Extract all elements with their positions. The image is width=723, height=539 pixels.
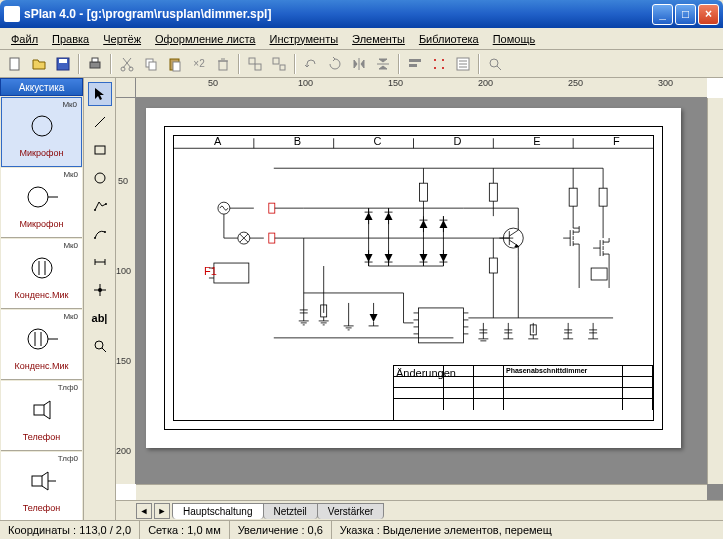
snap-button[interactable] bbox=[428, 53, 450, 75]
svg-rect-93 bbox=[569, 188, 577, 206]
svg-rect-90 bbox=[489, 183, 497, 201]
svg-rect-82 bbox=[269, 203, 275, 213]
status-coords: Координаты : 113,0 / 2,0 bbox=[0, 521, 140, 539]
new-button[interactable] bbox=[4, 53, 26, 75]
menu-page-setup[interactable]: Оформление листа bbox=[148, 31, 262, 47]
duplicate-button[interactable]: ×2 bbox=[188, 53, 210, 75]
vertical-scrollbar[interactable] bbox=[707, 98, 723, 484]
component-item[interactable]: Тлф0 Телефон bbox=[1, 381, 82, 451]
print-button[interactable] bbox=[84, 53, 106, 75]
group-button[interactable] bbox=[244, 53, 266, 75]
component-item[interactable]: Мк0 Микрофон bbox=[1, 97, 82, 167]
save-button[interactable] bbox=[52, 53, 74, 75]
title-block: ÄnderungenPhasenabschnittdimmer bbox=[393, 365, 653, 420]
schematic-page[interactable]: ABCDEF bbox=[146, 108, 681, 448]
canvas-area: 50 100 150 200 250 300 50 100 150 200 AB… bbox=[116, 78, 723, 520]
svg-text:A: A bbox=[214, 136, 222, 147]
svg-text:F: F bbox=[613, 136, 620, 147]
svg-point-19 bbox=[442, 59, 444, 61]
circle-tool[interactable] bbox=[88, 166, 112, 190]
horizontal-scrollbar[interactable] bbox=[136, 484, 707, 500]
menu-file[interactable]: Файл bbox=[4, 31, 45, 47]
component-item[interactable]: Мк0 Микрофон bbox=[1, 168, 82, 238]
close-button[interactable]: × bbox=[698, 4, 719, 25]
open-button[interactable] bbox=[28, 53, 50, 75]
svg-point-20 bbox=[434, 67, 436, 69]
mirror-h-button[interactable] bbox=[348, 53, 370, 75]
pointer-tool[interactable] bbox=[88, 82, 112, 106]
ruler-corner bbox=[116, 78, 136, 98]
sheet-tabs: ◄ ► Hauptschaltung Netzteil Verstärker bbox=[116, 500, 723, 520]
menu-elements[interactable]: Элементы bbox=[345, 31, 412, 47]
svg-text:E: E bbox=[533, 136, 540, 147]
svg-point-26 bbox=[490, 59, 498, 67]
cut-button[interactable] bbox=[116, 53, 138, 75]
minimize-button[interactable]: _ bbox=[652, 4, 673, 25]
sheet-tab[interactable]: Verstärker bbox=[317, 503, 385, 519]
library-tab[interactable]: Аккустика bbox=[0, 78, 83, 96]
menubar: Файл Правка Чертёж Оформление листа Инст… bbox=[0, 28, 723, 50]
zoom-button[interactable] bbox=[484, 53, 506, 75]
svg-rect-17 bbox=[409, 64, 417, 67]
titlebar[interactable]: sPlan 4.0 - [g:\program\rusplan\dimmer.s… bbox=[0, 0, 723, 28]
undo-button[interactable] bbox=[300, 53, 322, 75]
sheet-tab[interactable]: Hauptschaltung bbox=[172, 503, 264, 519]
delete-button[interactable] bbox=[212, 53, 234, 75]
svg-rect-4 bbox=[92, 58, 98, 62]
canvas-viewport[interactable]: ABCDEF bbox=[136, 98, 723, 500]
align-button[interactable] bbox=[404, 53, 426, 75]
svg-rect-10 bbox=[173, 62, 180, 71]
svg-rect-78 bbox=[214, 263, 249, 283]
ungroup-button[interactable] bbox=[268, 53, 290, 75]
svg-rect-0 bbox=[10, 58, 19, 70]
node-tool[interactable] bbox=[88, 278, 112, 302]
bezier-tool[interactable] bbox=[88, 222, 112, 246]
ruler-horizontal[interactable]: 50 100 150 200 250 300 bbox=[136, 78, 707, 98]
svg-rect-11 bbox=[219, 61, 227, 70]
rect-tool[interactable] bbox=[88, 138, 112, 162]
menu-library[interactable]: Библиотека bbox=[412, 31, 486, 47]
svg-text:C: C bbox=[374, 136, 382, 147]
svg-rect-13 bbox=[255, 64, 261, 70]
svg-point-54 bbox=[95, 341, 103, 349]
svg-point-28 bbox=[32, 116, 52, 136]
window-title: sPlan 4.0 - [g:\program\rusplan\dimmer.s… bbox=[24, 7, 652, 21]
rotate-button[interactable] bbox=[324, 53, 346, 75]
sheet-tab[interactable]: Netzteil bbox=[263, 503, 318, 519]
measure-tool[interactable] bbox=[88, 334, 112, 358]
svg-point-53 bbox=[98, 288, 102, 292]
mirror-v-button[interactable] bbox=[372, 53, 394, 75]
svg-point-34 bbox=[28, 329, 48, 349]
polygon-tool[interactable] bbox=[88, 194, 112, 218]
paste-button[interactable] bbox=[164, 53, 186, 75]
maximize-button[interactable]: □ bbox=[675, 4, 696, 25]
svg-point-43 bbox=[95, 173, 105, 183]
component-panel: Аккустика Мк0 Микрофон Мк0 Микрофон Мк0 … bbox=[0, 78, 84, 520]
svg-line-27 bbox=[497, 66, 501, 70]
text-tool[interactable]: ab| bbox=[88, 306, 112, 330]
svg-rect-224 bbox=[489, 258, 497, 273]
dimension-tool[interactable] bbox=[88, 250, 112, 274]
status-zoom: Увеличение : 0,6 bbox=[230, 521, 332, 539]
sheet-prev-button[interactable]: ◄ bbox=[136, 503, 152, 519]
tool-strip: ab| bbox=[84, 78, 116, 520]
component-item[interactable]: Мк0 Конденс.Мик bbox=[1, 239, 82, 309]
sheet-next-button[interactable]: ► bbox=[154, 503, 170, 519]
svg-point-44 bbox=[94, 209, 96, 211]
line-tool[interactable] bbox=[88, 110, 112, 134]
menu-edit[interactable]: Правка bbox=[45, 31, 96, 47]
svg-text:D: D bbox=[453, 136, 461, 147]
svg-rect-38 bbox=[34, 405, 44, 415]
copy-button[interactable] bbox=[140, 53, 162, 75]
menu-help[interactable]: Помощь bbox=[486, 31, 543, 47]
menu-tools[interactable]: Инструменты bbox=[263, 31, 346, 47]
ruler-vertical[interactable]: 50 100 150 200 bbox=[116, 98, 136, 484]
svg-rect-96 bbox=[599, 188, 607, 206]
svg-line-55 bbox=[102, 348, 106, 352]
svg-point-21 bbox=[442, 67, 444, 69]
menu-drawing[interactable]: Чертёж bbox=[96, 31, 148, 47]
component-item[interactable]: Тлф0 Телефон bbox=[1, 452, 82, 520]
list-button[interactable] bbox=[452, 53, 474, 75]
component-item[interactable]: Мк0 Конденс.Мик bbox=[1, 310, 82, 380]
svg-rect-16 bbox=[409, 59, 421, 62]
